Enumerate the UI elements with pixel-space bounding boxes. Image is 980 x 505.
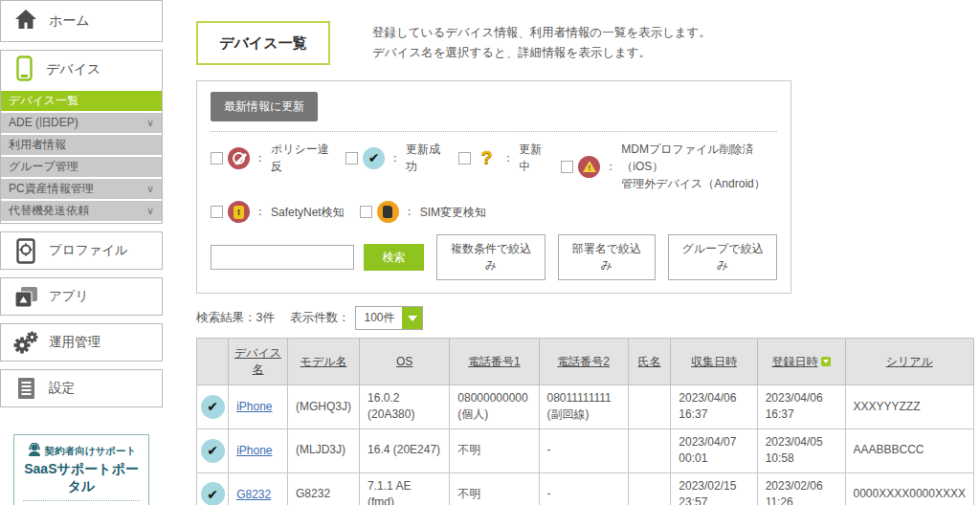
gears-icon: [12, 331, 39, 354]
table-header-row: デバイス名 モデル名 OS 電話番号1 電話番号2 氏名 収集日時 登録日時 シ…: [197, 339, 974, 385]
multi-condition-filter-button[interactable]: 複数条件で絞込み: [436, 234, 545, 280]
department-filter-button[interactable]: 部署名で絞込み: [558, 234, 657, 280]
main-content: デバイス一覧 登録しているデバイス情報、利用者情報の一覧を表示します。 デバイス…: [178, 0, 974, 505]
update-success-icon: ✔: [363, 147, 385, 169]
table-row: ✔ iPhone (MLJD3J) 16.4 (20E247) 不明 - 202…: [197, 428, 974, 472]
page-title: デバイス一覧: [196, 21, 330, 65]
sidebar-item-apps[interactable]: アプリ: [0, 277, 163, 316]
safetynet-checkbox[interactable]: [211, 206, 223, 218]
header-phone2[interactable]: 電話番号2: [539, 339, 628, 385]
sidebar-item-home[interactable]: ホーム: [0, 0, 163, 42]
table-row: ✔ iPhone (MGHQ3J) 16.0.2 (20A380) 080000…: [197, 385, 974, 429]
legend-safetynet: ! ： SafetyNet検知: [211, 201, 345, 223]
sidebar-item-replacement[interactable]: 代替機発送依頼 ∨: [1, 201, 162, 221]
chevron-down-icon: ∨: [146, 117, 154, 129]
sidebar-item-user-info[interactable]: 利用者情報: [1, 135, 162, 155]
device-table: デバイス名 モデル名 OS 電話番号1 電話番号2 氏名 収集日時 登録日時 シ…: [196, 338, 974, 505]
status-check-icon: ✔: [201, 395, 225, 419]
policy-violation-icon: [228, 147, 250, 169]
sidebar-item-group-mgmt[interactable]: グループ管理: [1, 157, 162, 177]
search-input[interactable]: [211, 245, 354, 270]
sidebar-item-device-list[interactable]: デバイス一覧: [1, 91, 162, 111]
sidebar-item-operations[interactable]: 運用管理: [0, 323, 163, 362]
sidebar-device-header[interactable]: デバイス: [1, 51, 162, 89]
sidebar-item-settings[interactable]: 設定: [0, 369, 163, 407]
apps-icon: [12, 286, 39, 308]
table-row: ✔ G8232 G8232 7.1.1 AE (fmd) 不明 - 2023/0…: [197, 472, 974, 505]
sort-icon: [821, 357, 831, 366]
support-divider: [23, 500, 140, 501]
header-model[interactable]: モデル名: [288, 339, 360, 385]
refresh-button[interactable]: 最新情報に更新: [211, 92, 318, 121]
legend-mdm-removed: ! ： MDMプロファイル削除済（iOS） 管理外デバイス（Android）: [561, 141, 777, 192]
dropdown-arrow-icon: [402, 307, 422, 329]
sidebar-home-label: ホーム: [49, 12, 90, 30]
page-size-label: 表示件数：: [290, 310, 350, 326]
safetynet-icon: !: [228, 201, 250, 223]
sidebar-device-label: デバイス: [46, 61, 100, 78]
page-size-select[interactable]: 100件: [355, 306, 423, 330]
header-select[interactable]: [197, 339, 229, 385]
filter-panel: 最新情報に更新 ： ポリシー違反 ✔ ： 更新成功 ? ： 更新中: [196, 80, 791, 294]
legend-update-success: ✔ ： 更新成功: [345, 141, 443, 175]
sim-change-icon: [377, 201, 399, 223]
header-phone1[interactable]: 電話番号1: [450, 339, 539, 385]
header-registered-at[interactable]: 登録日時: [757, 339, 845, 385]
sidebar-item-profile[interactable]: プロファイル: [0, 231, 163, 270]
group-filter-button[interactable]: グループで絞込み: [668, 234, 777, 280]
header-serial[interactable]: シリアル: [845, 339, 974, 385]
mdm-removed-warning-icon: !: [578, 156, 600, 178]
headset-person-icon: [27, 443, 42, 459]
document-icon: [12, 377, 39, 400]
sidebar: ホーム デバイス デバイス一覧 ADE (旧DEP) ∨ 利用者情報 グループ管…: [0, 0, 163, 505]
home-icon: [14, 9, 37, 33]
page-description: 登録しているデバイス情報、利用者情報の一覧を表示します。 デバイス名を選択すると…: [372, 23, 711, 64]
updating-icon: ?: [476, 147, 498, 169]
chevron-down-icon: ∨: [146, 205, 154, 217]
device-link[interactable]: G8232: [236, 488, 271, 501]
device-link[interactable]: iPhone: [236, 444, 272, 457]
mdm-removed-checkbox[interactable]: [561, 161, 573, 173]
chevron-down-icon: ∨: [146, 183, 154, 195]
support-portal-title: SaaSサポートポータル: [19, 461, 144, 495]
search-button[interactable]: 検索: [364, 244, 424, 271]
header-os[interactable]: OS: [360, 339, 450, 385]
status-check-icon: ✔: [201, 439, 225, 463]
result-count: 検索結果：3件: [196, 310, 275, 326]
device-link[interactable]: iPhone: [236, 400, 272, 413]
sidebar-item-ade[interactable]: ADE (旧DEP) ∨: [1, 113, 162, 133]
legend-updating: ? ： 更新中: [458, 141, 546, 175]
header-name[interactable]: 氏名: [628, 339, 670, 385]
header-device-name[interactable]: デバイス名: [229, 339, 288, 385]
profile-phone-gear-icon: [12, 238, 39, 264]
sim-change-checkbox[interactable]: [360, 206, 372, 218]
header-collected-at[interactable]: 収集日時: [671, 339, 757, 385]
legend-policy-violation: ： ポリシー違反: [211, 141, 330, 175]
policy-violation-checkbox[interactable]: [211, 152, 223, 165]
panel-divider: [211, 131, 777, 132]
support-portal-banner[interactable]: 契約者向けサポート SaaSサポートポータル 管理者向けFAQ・フォームでの ヘ…: [13, 434, 149, 505]
update-success-checkbox[interactable]: [345, 152, 358, 165]
updating-checkbox[interactable]: [458, 152, 471, 165]
device-phone-icon: [16, 55, 33, 85]
support-line1: 契約者向けサポート: [45, 445, 136, 458]
sidebar-device-section: デバイス デバイス一覧 ADE (旧DEP) ∨ 利用者情報 グループ管理 PC…: [0, 50, 163, 224]
legend-sim-change: ： SIM変更検知: [360, 201, 486, 223]
status-check-icon: ✔: [201, 482, 225, 505]
sidebar-item-pc-asset[interactable]: PC資産情報管理 ∨: [1, 179, 162, 199]
